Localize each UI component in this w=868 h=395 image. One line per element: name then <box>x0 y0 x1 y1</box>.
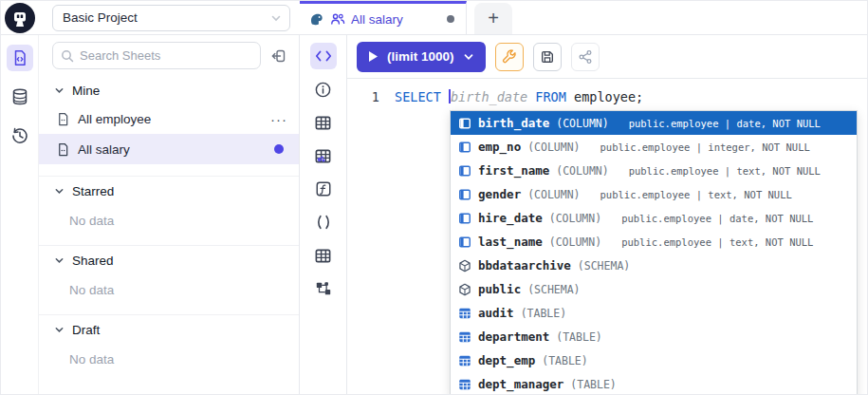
column-icon <box>458 235 471 249</box>
item-kind: (COLUMN) <box>549 212 601 225</box>
search-box[interactable] <box>52 42 261 69</box>
play-icon <box>368 50 379 63</box>
chevron-down-icon <box>54 325 65 335</box>
rail-item-sheets[interactable] <box>7 45 33 71</box>
section-shared-header[interactable]: Shared <box>39 246 299 273</box>
search-row <box>39 35 299 76</box>
sheet-icon <box>56 142 70 157</box>
tool-item-saved-tables[interactable] <box>310 142 337 169</box>
tool-rail <box>300 35 347 395</box>
tool-item-info[interactable] <box>310 76 337 103</box>
tool-item-editor[interactable] <box>310 43 337 69</box>
item-name: dept_manager <box>478 377 563 391</box>
format-query-button[interactable] <box>495 43 524 71</box>
sheet-item-all-salary[interactable]: All salary <box>39 134 299 164</box>
table-icon <box>458 354 471 367</box>
share-button[interactable] <box>571 43 600 71</box>
item-kind: (TABLE) <box>556 330 601 344</box>
item-name: last_name <box>478 235 543 249</box>
item-name: public <box>478 282 521 296</box>
empty-state-text: No data <box>39 273 299 310</box>
autocomplete-item[interactable]: public (SCHEMA) <box>451 277 857 301</box>
autocomplete-item[interactable]: last_name (COLUMN) public.employee | tex… <box>451 230 857 254</box>
search-input[interactable] <box>80 48 252 63</box>
more-actions-icon[interactable]: ··· <box>270 111 287 127</box>
line-number: 1 <box>347 87 379 106</box>
section-shared: Shared No data <box>39 246 299 315</box>
sql-editor[interactable]: 1 SELECT birth_date FROM employee; birth… <box>347 79 867 395</box>
column-icon <box>458 188 471 201</box>
autocomplete-item[interactable]: hire_date (COLUMN) public.employee | dat… <box>451 206 857 230</box>
column-icon <box>458 117 471 130</box>
section-mine-header[interactable]: Mine <box>39 76 299 103</box>
collapse-sidebar-button[interactable] <box>268 46 289 66</box>
run-query-button[interactable]: (limit 1000) <box>357 42 486 72</box>
tool-item-snippets[interactable] <box>310 209 337 235</box>
ghost-suggestion: birth_date <box>451 89 527 104</box>
item-name: bbdataarchive <box>478 258 571 273</box>
function-icon <box>315 180 332 198</box>
item-kind: (COLUMN) <box>527 141 580 154</box>
users-icon <box>330 11 345 27</box>
info-icon <box>314 81 332 99</box>
sql-keyword: SELECT <box>395 89 441 104</box>
code-content: SELECT birth_date FROM employee; <box>395 87 643 106</box>
project-selector[interactable]: Basic Project <box>52 5 290 31</box>
autocomplete-item[interactable]: bbdataarchive (SCHEMA) <box>451 254 857 277</box>
run-label: (limit 1000) <box>387 49 454 64</box>
item-kind: (COLUMN) <box>549 235 601 249</box>
autocomplete-item[interactable]: department (TABLE) <box>451 325 857 348</box>
autocomplete-popup: birth_date (COLUMN) public.employee | da… <box>450 110 858 395</box>
top-bar: Basic Project All salary <box>1 1 867 35</box>
item-detail: public.employee | integer, NOT NULL <box>600 141 810 153</box>
rail-item-database[interactable] <box>7 84 33 110</box>
item-detail: public.employee | date, NOT NULL <box>629 118 821 129</box>
tool-item-tables[interactable] <box>310 109 337 136</box>
autocomplete-item[interactable]: audit (TABLE) <box>451 301 857 325</box>
autocomplete-item[interactable]: birth_date (COLUMN) public.employee | da… <box>451 111 857 135</box>
sql-workspace-app: Basic Project All salary <box>0 0 868 395</box>
empty-state-text: No data <box>39 343 299 380</box>
item-name: department <box>478 329 549 344</box>
tool-item-functions[interactable] <box>310 176 337 202</box>
item-kind: (TABLE) <box>521 307 566 320</box>
tab-title: All salary <box>351 12 441 27</box>
tab-all-salary[interactable]: All salary <box>300 1 467 34</box>
section-draft-header[interactable]: Draft <box>39 315 299 343</box>
tool-item-schema-flow[interactable] <box>310 275 337 302</box>
tool-item-results[interactable] <box>310 242 337 269</box>
sql-identifier: employee; <box>574 89 643 104</box>
item-detail: public.employee | text, NOT NULL <box>621 236 813 248</box>
table-icon <box>314 247 332 265</box>
left-rail <box>1 35 39 395</box>
item-kind: (TABLE) <box>570 378 616 391</box>
chevron-down-icon <box>54 85 65 96</box>
format-wrench-icon <box>501 48 517 65</box>
sheet-item-all-employee[interactable]: All employee ··· <box>39 103 299 134</box>
save-button[interactable] <box>533 43 562 71</box>
rail-item-history[interactable] <box>7 122 33 149</box>
item-name: hire_date <box>478 211 543 225</box>
table-highlight-icon <box>314 147 332 165</box>
section-label: Starred <box>72 184 114 198</box>
autocomplete-item[interactable]: first_name (COLUMN) public.employee | te… <box>451 159 857 182</box>
item-name: emp_no <box>478 140 521 154</box>
editor-toolbar: (limit 1000) <box>347 35 867 79</box>
autocomplete-item[interactable]: dept_emp (TABLE) <box>451 348 857 372</box>
section-starred-header[interactable]: Starred <box>39 177 299 204</box>
sheet-code-icon <box>11 49 28 66</box>
app-logo-cell <box>1 1 39 34</box>
column-icon <box>458 164 471 178</box>
autocomplete-item[interactable]: dept_manager (TABLE) <box>451 372 857 395</box>
table-icon <box>458 330 471 344</box>
autocomplete-item[interactable]: gender (COLUMN) public.employee | text, … <box>451 182 857 206</box>
parentheses-icon <box>315 214 332 231</box>
column-icon <box>458 141 471 154</box>
section-starred: Starred No data <box>39 177 299 246</box>
autocomplete-item[interactable]: emp_no (COLUMN) public.employee | intege… <box>451 135 857 159</box>
new-tab-button[interactable]: + <box>474 3 512 34</box>
share-icon <box>578 49 593 65</box>
chevron-down-icon[interactable] <box>463 51 474 63</box>
app-logo[interactable] <box>5 3 35 33</box>
chevron-down-icon <box>54 186 65 197</box>
